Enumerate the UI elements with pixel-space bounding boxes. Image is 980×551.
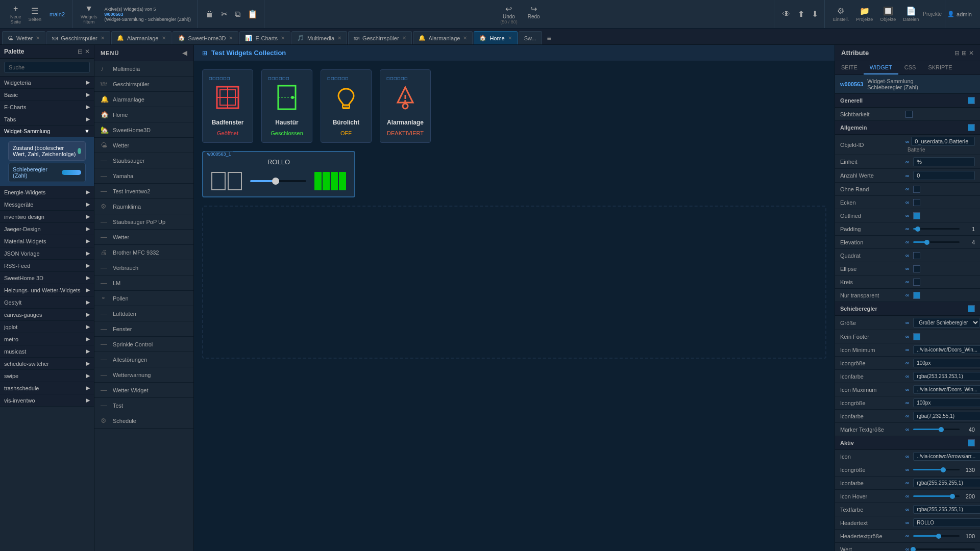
export-button[interactable]: ⬆: [795, 7, 807, 21]
tab-alarmanlage2-close[interactable]: ✕: [463, 35, 467, 41]
nav-item-allestorungen[interactable]: — Allestörungen: [94, 352, 193, 367]
admin-button[interactable]: 👤 admin: [947, 11, 972, 17]
quadrat-checkbox[interactable]: [913, 252, 920, 259]
nur-transparent-link[interactable]: ∞: [905, 292, 909, 298]
nav-item-verbrauch[interactable]: — Verbrauch: [94, 260, 193, 276]
palette-cat-metro[interactable]: metro▶: [0, 333, 94, 345]
delete-button[interactable]: 🗑: [203, 8, 217, 21]
tab-sweethome3d-close[interactable]: ✕: [229, 35, 233, 41]
marker-textgrosse-link[interactable]: ∞: [905, 427, 909, 432]
nav-item-home[interactable]: 🏠 Home: [94, 107, 193, 122]
palette-cat-messgerate[interactable]: Messgeräte▶: [0, 198, 94, 211]
aktiv-icon-input[interactable]: [913, 452, 980, 461]
icongrosse-1-input[interactable]: [913, 359, 980, 367]
sichtbarkeit-checkbox[interactable]: [905, 111, 913, 118]
projekte-button[interactable]: 📁 Projekte: [853, 4, 876, 24]
palette-cat-rss[interactable]: RSS-Feed▶: [0, 260, 94, 272]
padding-slider[interactable]: [913, 228, 960, 230]
grosse-select[interactable]: Großer Schieberegler: [913, 318, 980, 328]
nav-item-lm[interactable]: — LM: [94, 276, 193, 291]
undo-button[interactable]: ↩ Undo (50 / 80): [496, 2, 522, 27]
textfarbe-link[interactable]: ∞: [905, 507, 909, 512]
icon-hover-slider[interactable]: [913, 495, 960, 497]
palette-cat-inventwo-design[interactable]: inventwo design▶: [0, 211, 94, 223]
palette-cat-musicast[interactable]: musicast▶: [0, 345, 94, 358]
copy-button[interactable]: ⧉: [232, 8, 243, 21]
tab-geschirrspuler[interactable]: 🍽 Geschirrspüler ✕: [46, 31, 110, 44]
tab-alarmanlage[interactable]: 🔔 Alarmanlage ✕: [111, 31, 172, 44]
nav-item-alarmanlage[interactable]: 🔔 Alarmanlage: [94, 92, 193, 107]
kein-footer-checkbox[interactable]: [913, 333, 920, 340]
aktiv-iconfarbe-input[interactable]: [913, 479, 980, 487]
nav-item-wetterwarnung[interactable]: — Wetterwarnung: [94, 367, 193, 383]
nav-item-test[interactable]: — Test: [94, 398, 193, 413]
generell-toggle[interactable]: [968, 97, 975, 104]
palette-cat-sweethome3d[interactable]: SweetHome 3D▶: [0, 272, 94, 284]
schieberegler-section-toggle[interactable]: [968, 305, 975, 312]
outlined-link[interactable]: ∞: [905, 213, 909, 218]
nav-item-fenster[interactable]: — Fenster: [94, 321, 193, 337]
seiten-button[interactable]: ☰ Seiten: [26, 4, 45, 24]
palette-cat-energie[interactable]: Energie-Widgets▶: [0, 186, 94, 198]
wert-link[interactable]: ∞: [905, 546, 909, 551]
grosse-link[interactable]: ∞: [905, 320, 909, 325]
ohne-rand-link[interactable]: ∞: [905, 186, 909, 192]
nav-item-staubsauger[interactable]: — Staubsauger: [94, 153, 193, 168]
elevation-link[interactable]: ∞: [905, 239, 909, 245]
tab-alarmanlage2[interactable]: 🔔 Alarmanlage ✕: [413, 31, 473, 44]
kein-footer-link[interactable]: ∞: [905, 334, 909, 339]
rp-close-btn[interactable]: ✕: [969, 49, 974, 57]
objekte-button[interactable]: 🔲 Objekte: [877, 4, 899, 24]
nav-item-wetter[interactable]: 🌤 Wetter: [94, 138, 193, 153]
iconfarbe-2-input[interactable]: [913, 412, 980, 420]
palette-cat-heizungs[interactable]: Heizungs- und Wetter-Widgets▶: [0, 284, 94, 296]
quadrat-link[interactable]: ∞: [905, 253, 909, 258]
aktiv-iconfarbe-link[interactable]: ∞: [905, 480, 909, 486]
palette-cat-trashschedule[interactable]: trashschedule▶: [0, 382, 94, 394]
elevation-slider[interactable]: [913, 241, 960, 243]
palette-cat-jaeger[interactable]: Jaeger-Design▶: [0, 223, 94, 235]
icongrosse-1-link[interactable]: ∞: [905, 360, 909, 366]
kreis-link[interactable]: ∞: [905, 279, 909, 285]
widget-item-zustand[interactable]: Zustand (boolescher Wert, Zahl, Zeichenf…: [8, 141, 86, 161]
tab-alarmanlage-close[interactable]: ✕: [162, 35, 166, 41]
rp-tab-skripte[interactable]: SKRIPTE: [922, 61, 958, 74]
einstell-button[interactable]: ⚙ Einstell.: [830, 4, 852, 24]
icon-minimum-link[interactable]: ∞: [905, 347, 909, 353]
nav-item-pollen[interactable]: ⚬ Pollen: [94, 291, 193, 306]
nav-item-raumklima[interactable]: ⚙ Raumklima: [94, 199, 193, 214]
kreis-checkbox[interactable]: [913, 279, 920, 286]
aktiv-icongrosse-slider[interactable]: [913, 469, 960, 470]
headertext-input[interactable]: [913, 518, 980, 527]
palette-search-input[interactable]: [4, 62, 90, 73]
rp-collapse-btn[interactable]: ⊟: [954, 49, 960, 57]
tab-home-close[interactable]: ✕: [508, 35, 512, 41]
tab-multimedia[interactable]: 🎵 Multimedia ✕: [291, 31, 347, 44]
tab-geschirrspuler-close[interactable]: ✕: [101, 35, 105, 41]
nav-item-multimedia[interactable]: ♪ Multimedia: [94, 61, 193, 77]
widget-card-haustur[interactable]: ◻◻◻◻◻◻ Haustür Geschlossen: [261, 69, 312, 143]
nav-item-wetter2[interactable]: — Wetter: [94, 230, 193, 245]
objekt-id-link[interactable]: ∞: [905, 139, 909, 144]
icongrosse-2-input[interactable]: [913, 398, 980, 407]
wert-slider[interactable]: [913, 548, 975, 550]
widget-card-badfenster[interactable]: ◻◻◻◻◻◻ Badfenster Geöffnet: [202, 69, 253, 143]
ellipse-link[interactable]: ∞: [905, 266, 909, 271]
nav-item-brother[interactable]: 🖨 Brother MFC 9332: [94, 245, 193, 260]
nav-item-staubsauger-popup[interactable]: — Staubsauger PoP Up: [94, 214, 193, 230]
widget-card-alarmanlage[interactable]: ◻◻◻◻◻◻ Alarmanlage DEAKTIVIERT: [380, 69, 431, 143]
iconfarbe-1-input[interactable]: [913, 372, 980, 381]
rp-tab-widget[interactable]: WIDGET: [864, 61, 898, 74]
tab-echarts[interactable]: 📊 E-Charts ✕: [239, 31, 290, 44]
eye-button[interactable]: 👁: [779, 8, 794, 21]
icon-minimum-input[interactable]: [913, 345, 980, 354]
rp-tab-css[interactable]: CSS: [898, 61, 922, 74]
palette-cat-tabs[interactable]: Tabs▶: [0, 113, 94, 126]
tab-geschirrspuler2[interactable]: 🍽 Geschirrspüler ✕: [348, 31, 412, 44]
nav-item-luftdaten[interactable]: — Luftdaten: [94, 306, 193, 321]
nav-item-geschirrspuler[interactable]: 🍽 Geschirrspüler: [94, 77, 193, 92]
nur-transparent-checkbox[interactable]: [913, 292, 920, 299]
neue-seite-button[interactable]: + Neue Seite: [7, 2, 24, 27]
nav-item-sprinkle[interactable]: — Sprinkle Control: [94, 337, 193, 352]
palette-cat-swipe[interactable]: swipe▶: [0, 370, 94, 382]
